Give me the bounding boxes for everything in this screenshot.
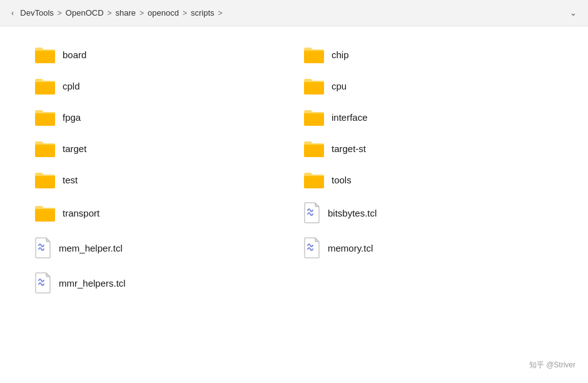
list-item[interactable]: interface (294, 101, 563, 133)
folder-icon (303, 76, 325, 95)
folder-icon (303, 139, 325, 158)
list-item[interactable]: cpu (294, 70, 563, 101)
folder-name: test (63, 175, 78, 185)
breadcrumb-sep-4: > (183, 9, 187, 18)
dropdown-button[interactable]: ⌄ (570, 8, 577, 18)
folder-name: cpu (332, 81, 347, 91)
list-item[interactable]: transport (25, 195, 294, 230)
folder-name: transport (63, 208, 99, 218)
back-button[interactable]: ‹ (11, 8, 14, 18)
breadcrumb-scripts[interactable]: scripts (191, 8, 215, 18)
folder-name: chip (332, 49, 349, 60)
folder-icon (303, 108, 325, 126)
breadcrumb-sep-1: > (58, 9, 62, 18)
breadcrumb: DevTools > OpenOCD > share > openocd > s… (20, 8, 570, 18)
list-item[interactable]: tools (294, 164, 563, 195)
file-name: memory.tcl (328, 243, 373, 253)
breadcrumb-sep-2: > (108, 9, 112, 18)
folder-icon (303, 170, 325, 189)
folder-name: interface (332, 112, 368, 123)
file-name: mem_helper.tcl (59, 243, 123, 253)
list-item[interactable]: fpga (25, 101, 294, 133)
tcl-file-icon (34, 272, 53, 294)
breadcrumb-sep-5: > (218, 9, 223, 18)
folder-name: board (63, 49, 86, 60)
breadcrumb-openocd[interactable]: OpenOCD (66, 8, 104, 18)
list-item[interactable]: target-st (294, 133, 563, 164)
tcl-file-icon (303, 237, 322, 259)
list-item[interactable]: test (25, 164, 294, 195)
list-item[interactable]: mem_helper.tcl (25, 230, 294, 265)
breadcrumb-sep-3: > (139, 9, 144, 18)
folder-icon (34, 170, 56, 189)
breadcrumb-bar: ‹ DevTools > OpenOCD > share > openocd >… (0, 0, 588, 26)
breadcrumb-share[interactable]: share (116, 8, 136, 18)
folder-name: tools (332, 175, 352, 185)
file-explorer: board chip cpld (0, 26, 588, 313)
list-item[interactable]: board (25, 39, 294, 70)
folder-name: cpld (63, 81, 80, 91)
breadcrumb-devtools[interactable]: DevTools (20, 8, 53, 18)
file-name: bitsbytes.tcl (328, 208, 377, 218)
list-item[interactable]: chip (294, 39, 563, 70)
folder-icon (34, 139, 56, 158)
file-name: mmr_helpers.tcl (59, 278, 126, 289)
folder-icon (303, 45, 325, 64)
list-item[interactable]: target (25, 133, 294, 164)
list-item[interactable]: mmr_helpers.tcl (25, 265, 294, 300)
watermark: 知乎 @Striver (529, 360, 575, 370)
folder-icon (34, 203, 56, 222)
tcl-file-icon (303, 202, 322, 224)
list-item[interactable]: cpld (25, 70, 294, 101)
tcl-file-icon (34, 237, 53, 259)
folder-name: fpga (63, 112, 81, 123)
breadcrumb-openocd2[interactable]: openocd (148, 8, 179, 18)
folder-icon (34, 108, 56, 126)
folder-name: target (63, 143, 86, 154)
folder-icon (34, 76, 56, 95)
folder-name: target-st (332, 143, 366, 154)
folder-icon (34, 45, 56, 64)
list-item[interactable]: memory.tcl (294, 230, 563, 265)
list-item[interactable]: bitsbytes.tcl (294, 195, 563, 230)
empty-slot (294, 265, 563, 300)
